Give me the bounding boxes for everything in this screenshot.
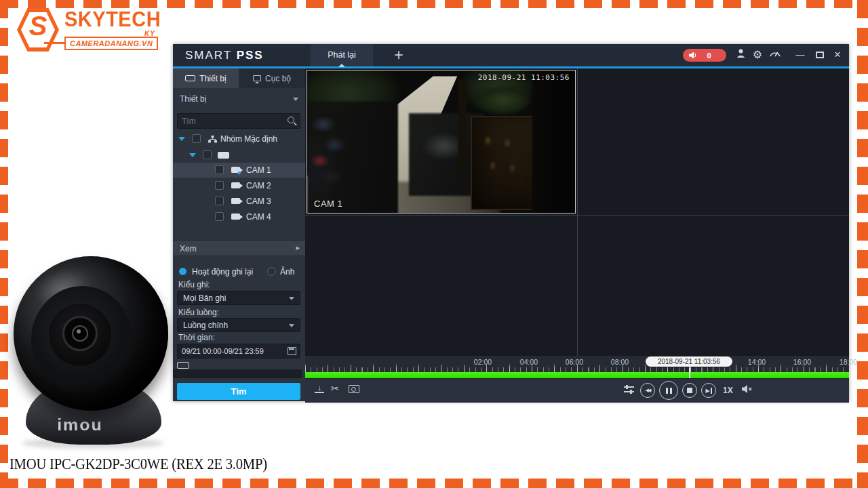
chevron-down-icon (289, 297, 294, 300)
close-button[interactable]: ✕ (831, 49, 844, 60)
next-frame-button[interactable]: ▶ (701, 383, 716, 398)
group-tree-icon (208, 136, 217, 143)
skytech-logo: S SKYTECH KY CAMERADANANG.VN (17, 7, 163, 53)
camera-playing-icon (231, 167, 240, 173)
search-box[interactable] (177, 113, 300, 129)
monitor-icon (253, 75, 261, 81)
tree-row-device[interactable] (173, 148, 305, 163)
logo-brand-text: SKYTECH (64, 8, 161, 32)
chevron-down-icon (289, 324, 294, 327)
time-range-input[interactable]: 09/21 00:00-09/21 23:59 (177, 344, 300, 359)
playback-toolbar: ↓ ✂ ◀◀ ▶ 1X (305, 378, 849, 401)
tree-row-cam1[interactable]: CAM 1 (173, 163, 305, 178)
new-tab-button[interactable]: + (390, 45, 408, 66)
video-shadow-area (532, 70, 575, 213)
view-section-header[interactable]: Xem ▸ (173, 240, 305, 256)
video-pole (458, 79, 467, 167)
download-icon[interactable]: ↓ (315, 384, 324, 393)
timeline-position-bubble: 2018-09-21 11:03:56 (646, 357, 732, 367)
frame-border-bottom (0, 479, 868, 488)
video-cabinet (471, 116, 535, 210)
speaker-icon (689, 52, 697, 59)
product-photo-imou-camera: imou (8, 256, 178, 453)
recorder-icon (218, 152, 229, 159)
video-osd-timestamp: 2018-09-21 11:03:56 (478, 73, 570, 82)
device-checkbox[interactable] (203, 150, 212, 159)
pause-button[interactable] (659, 381, 678, 400)
search-button[interactable]: Tìm (177, 383, 300, 400)
title-bar: SMART PSS Phát lại + 0 ⚙ (173, 44, 849, 66)
sidebar-tab-local[interactable]: Cục bộ (239, 68, 305, 88)
stream-type-label: Kiểu luồng: (178, 308, 219, 317)
time-range-label: Thời gian: (178, 333, 215, 342)
active-tab-notch (338, 64, 345, 67)
cam1-checkbox[interactable] (215, 165, 224, 174)
tree-row-cam2[interactable]: CAM 2 (173, 178, 305, 193)
alarm-count: 0 (697, 52, 721, 60)
user-icon[interactable] (733, 48, 748, 62)
camera-icon (231, 198, 240, 204)
expander-down-icon[interactable] (189, 153, 196, 157)
status-bar (173, 369, 302, 378)
rewind-button[interactable]: ◀◀ (640, 383, 655, 398)
search-input[interactable] (182, 114, 280, 128)
logo-site-text: CAMERADANANG.VN (64, 37, 158, 50)
grid-divider-vertical (577, 68, 578, 356)
radio-record-selected[interactable] (178, 267, 187, 276)
group-checkbox[interactable] (192, 134, 201, 143)
playback-speed[interactable]: 1X (723, 386, 733, 395)
video-foliage (473, 85, 532, 116)
cam3-checkbox[interactable] (215, 197, 224, 205)
device-source-dropdown[interactable]: Thiết bị (173, 91, 305, 108)
cam2-checkbox[interactable] (215, 181, 224, 190)
camera-icon (231, 214, 240, 220)
tree-row-group[interactable]: Nhóm Mặc định (173, 131, 305, 146)
page: S SKYTECH KY CAMERADANANG.VN SMART PSS P… (0, 0, 868, 488)
minimize-button[interactable]: — (793, 49, 807, 60)
logo-tail-line (44, 42, 66, 44)
smartpss-window: SMART PSS Phát lại + 0 ⚙ (173, 44, 849, 401)
gear-icon[interactable]: ⚙ (750, 48, 765, 62)
frame-border-right (857, 0, 868, 488)
stop-button[interactable] (682, 383, 697, 398)
alarm-badge[interactable]: 0 (683, 49, 726, 62)
device-icon (185, 75, 195, 81)
arrow-right-icon: ▸ (296, 243, 300, 252)
video-clutter (307, 102, 398, 214)
tree-row-cam4[interactable]: CAM 4 (173, 209, 305, 224)
device-mini-icon (177, 362, 189, 369)
tree-row-cam3[interactable]: CAM 3 (173, 194, 305, 209)
cam4-checkbox[interactable] (215, 212, 224, 221)
record-type-select[interactable]: Mọi Bản ghi (177, 291, 300, 305)
product-caption: IMOU IPC-GK2DP-3C0WE (REX 2E 3.0MP) (9, 455, 267, 473)
timeline-major-ticks (305, 365, 849, 372)
sidebar-tab-device[interactable]: Thiết bị (173, 68, 239, 88)
mute-speaker-icon[interactable] (742, 384, 753, 396)
logo-hexagon-icon: S (17, 8, 59, 52)
camera-sphere (14, 256, 168, 411)
search-mode-radios: Hoạt động ghi lại Ảnh (173, 266, 305, 278)
dashboard-gauge-icon[interactable] (768, 48, 783, 62)
camera-icon (231, 182, 240, 188)
search-icon (288, 117, 294, 123)
imou-brand-text: imou (26, 415, 134, 434)
camera-lens (62, 316, 98, 351)
app-logo: SMART PSS (185, 49, 264, 62)
calendar-icon[interactable] (288, 347, 296, 355)
digital-zoom-icon[interactable] (349, 385, 359, 393)
record-type-label: Kiểu ghi: (178, 280, 210, 289)
video-osd-camera-label: CAM 1 (314, 199, 342, 209)
stream-type-select[interactable]: Luồng chính (177, 318, 300, 332)
grid-divider-horizontal (305, 215, 849, 216)
expander-down-icon[interactable] (178, 137, 185, 141)
playback-area: 2018-09-21 11:03:56 CAM 1 ‹ 02:00 04:00 … (305, 68, 849, 401)
clip-scissors-icon[interactable]: ✂ (331, 383, 339, 394)
restore-button[interactable] (816, 52, 824, 58)
timeline-playhead[interactable] (689, 366, 690, 380)
stream-config-icon[interactable] (624, 385, 634, 393)
frame-border-left (0, 0, 8, 488)
radio-picture[interactable] (267, 267, 276, 276)
video-pane-cam1[interactable]: 2018-09-21 11:03:56 CAM 1 (307, 70, 576, 214)
chevron-down-icon (293, 98, 298, 101)
sidebar: Thiết bị Cục bộ Thiết bị (173, 68, 305, 401)
